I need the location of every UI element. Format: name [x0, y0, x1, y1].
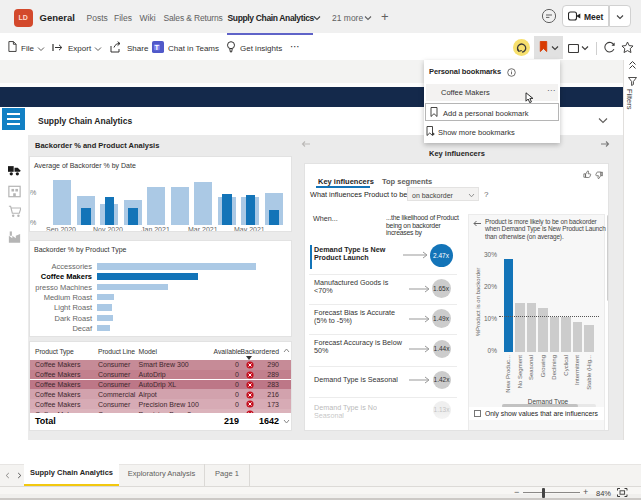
svg-text:T: T: [155, 43, 160, 52]
